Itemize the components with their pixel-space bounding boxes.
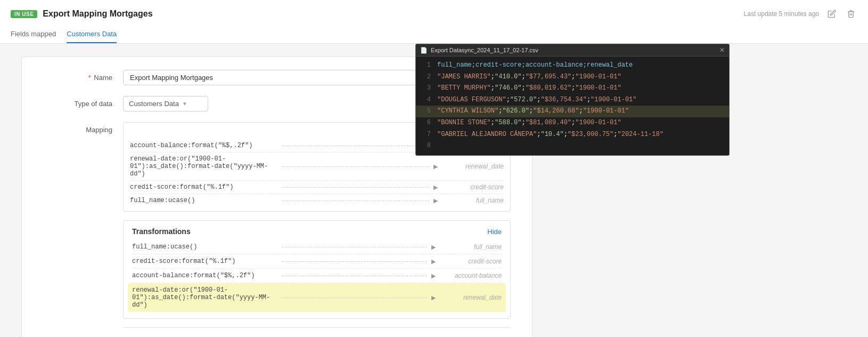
mapping-target-3: credit-score — [440, 183, 504, 191]
mapping-row-4: full_name:ucase() ▶ full_name — [130, 194, 504, 207]
csv-line-6: 6 "BONNIE STONE";"588.0";"$81,089.40";"1… — [416, 117, 729, 129]
header-tabs: Fields mapped Customers Data — [11, 26, 857, 43]
transform-dots-4 — [282, 298, 427, 298]
edit-button[interactable] — [825, 7, 838, 20]
mapping-row-2: renewal-date:or("1900-01-01"):as_date():… — [130, 153, 504, 181]
csv-line-content-5: "CYNTHIA WILSON";"626.0";"$14,260.68";"1… — [437, 106, 629, 117]
transformations-header: Transformations Hide — [124, 221, 510, 240]
arrow-icon-3: ▶ — [433, 184, 438, 191]
mapping-target-4: full_name — [440, 197, 504, 204]
csv-line-num-2: 2 — [420, 71, 431, 83]
transform-row-3: account-balance:format("$%,.2f") ▶ accou… — [132, 269, 502, 283]
header-left: IN USE Export Mapping Mortgages — [11, 9, 153, 19]
mapping-target-2: renewal_date — [440, 163, 504, 170]
transform-arrow-1: ▶ — [431, 244, 436, 251]
csv-line-content-6: "BONNIE STONE";"588.0";"$81,089.40";"190… — [437, 117, 621, 129]
page-title: Export Mapping Mortgages — [43, 9, 152, 19]
status-badge: IN USE — [11, 10, 37, 18]
csv-line-content-7: "GABRIEL ALEJANDRO CÁNEPA";"10.4";"$23,0… — [437, 129, 664, 141]
csv-line-num-5: 5 — [420, 106, 431, 117]
transform-source-2: credit-score:format("%.1f") — [132, 258, 277, 265]
edit-icon — [828, 10, 836, 18]
csv-line-7: 7 "GABRIEL ALEJANDRO CÁNEPA";"10.4";"$23… — [416, 129, 729, 141]
csv-line-3: 3 "BETTY MURPHY";"746.0";"$80,019.62";"1… — [416, 83, 729, 94]
transform-row-2: credit-score:format("%.1f") ▶ credit-sco… — [132, 254, 502, 269]
type-select[interactable]: Customers Data ▾ — [123, 96, 208, 111]
csv-line-4: 4 "DOUGLAS FERGUSON";"572.0";"$36,754.34… — [416, 94, 729, 106]
last-update-text: Last update 5 minutes ago — [744, 10, 819, 18]
tab-customers-data[interactable]: Customers Data — [67, 26, 117, 43]
chevron-down-icon: ▾ — [183, 100, 186, 107]
csv-line-num-3: 3 — [420, 83, 431, 94]
csv-line-num-7: 7 — [420, 129, 431, 141]
csv-line-num-4: 4 — [420, 94, 431, 106]
transform-dots-3 — [282, 276, 427, 276]
type-label: Type of data — [43, 96, 112, 108]
divider — [123, 327, 511, 328]
page-wrapper: IN USE Export Mapping Mortgages Last upd… — [0, 0, 868, 337]
transform-arrow-2: ▶ — [431, 258, 436, 265]
transformations-hide-button[interactable]: Hide — [487, 228, 502, 236]
csv-line-num-6: 6 — [420, 117, 431, 129]
mapping-dots-1 — [282, 146, 429, 146]
csv-line-2: 2 "JAMES HARRIS";"410.0";"$77,695.43";"1… — [416, 71, 729, 83]
transform-dots-2 — [282, 261, 427, 262]
main-content: * Name Type of data Customers Data ▾ — [0, 44, 868, 337]
tab-fields-mapped[interactable]: Fields mapped — [11, 26, 56, 43]
type-select-value: Customers Data — [129, 100, 179, 108]
csv-preview-popup: 📄 Export Datasync_2024_11_17_02-17.csv ✕… — [415, 44, 730, 156]
header: IN USE Export Mapping Mortgages Last upd… — [0, 0, 868, 44]
transform-target-2: credit-score — [438, 258, 502, 265]
name-label: * Name — [43, 70, 112, 82]
mapping-source-3: credit-score:format("%.1f") — [130, 183, 277, 191]
csv-line-8: 8 — [416, 140, 729, 152]
transform-target-1: full_name — [438, 243, 502, 251]
transform-row-4-highlighted: renewal-date:or("1900-01-01"):as_date():… — [128, 283, 506, 312]
transform-row-1: full_name:ucase() ▶ full_name — [132, 240, 502, 254]
transform-source-1: full_name:ucase() — [132, 243, 277, 251]
transform-source-3: account-balance:format("$%,.2f") — [132, 272, 277, 279]
arrow-icon-2: ▶ — [433, 163, 438, 170]
mapping-source-4: full_name:ucase() — [130, 197, 277, 204]
csv-popup-header: 📄 Export Datasync_2024_11_17_02-17.csv ✕ — [416, 44, 729, 57]
transformations-title: Transformations — [132, 227, 191, 236]
csv-line-content-3: "BETTY MURPHY";"746.0";"$80,019.62";"190… — [437, 83, 621, 94]
mapping-source-1: account-balance:format("%$,.2f") — [130, 142, 277, 149]
transformations-section: Transformations Hide full_name:ucase() ▶… — [123, 220, 511, 319]
required-star: * — [88, 74, 91, 82]
csv-line-num-1: 1 — [420, 60, 431, 71]
delete-icon — [847, 10, 855, 18]
transformations-rows: full_name:ucase() ▶ full_name credit-sco… — [124, 240, 510, 318]
csv-filename: Export Datasync_2024_11_17_02-17.csv — [431, 47, 538, 53]
transform-arrow-3: ▶ — [431, 272, 436, 279]
arrow-icon-4: ▶ — [433, 197, 438, 204]
csv-line-1: 1 full_name;credit-score;account-balance… — [416, 60, 729, 71]
mapping-source-2: renewal-date:or("1900-01-01"):as_date():… — [130, 155, 277, 178]
csv-file-icon: 📄 — [420, 47, 428, 54]
mapping-row-3: credit-score:format("%.1f") ▶ credit-sco… — [130, 181, 504, 194]
transform-target-3: account-balance — [438, 272, 502, 279]
header-top: IN USE Export Mapping Mortgages Last upd… — [11, 7, 857, 20]
transform-target-4: renewal_date — [438, 294, 502, 301]
csv-line-content-2: "JAMES HARRIS";"410.0";"$77,695.43";"190… — [437, 71, 621, 83]
csv-close-button[interactable]: ✕ — [719, 46, 725, 54]
mapping-label: Mapping — [43, 122, 112, 134]
csv-line-content-1: full_name;credit-score;account-balance;r… — [437, 60, 633, 71]
transform-dots-1 — [282, 247, 427, 247]
mapping-dots-3 — [282, 187, 429, 188]
delete-button[interactable] — [845, 7, 857, 20]
transform-source-4: renewal-date:or("1900-01-01"):as_date():… — [132, 286, 277, 309]
csv-line-5: 5 "CYNTHIA WILSON";"626.0";"$14,260.68";… — [416, 106, 729, 117]
mapping-dots-2 — [282, 166, 429, 167]
csv-line-num-8: 8 — [420, 140, 431, 152]
transform-arrow-4: ▶ — [431, 294, 436, 301]
csv-content: 1 full_name;credit-score;account-balance… — [416, 57, 729, 155]
csv-line-content-4: "DOUGLAS FERGUSON";"572.0";"$36,754.34";… — [437, 94, 637, 106]
mapping-dots-4 — [282, 200, 429, 201]
header-right: Last update 5 minutes ago — [744, 7, 857, 20]
